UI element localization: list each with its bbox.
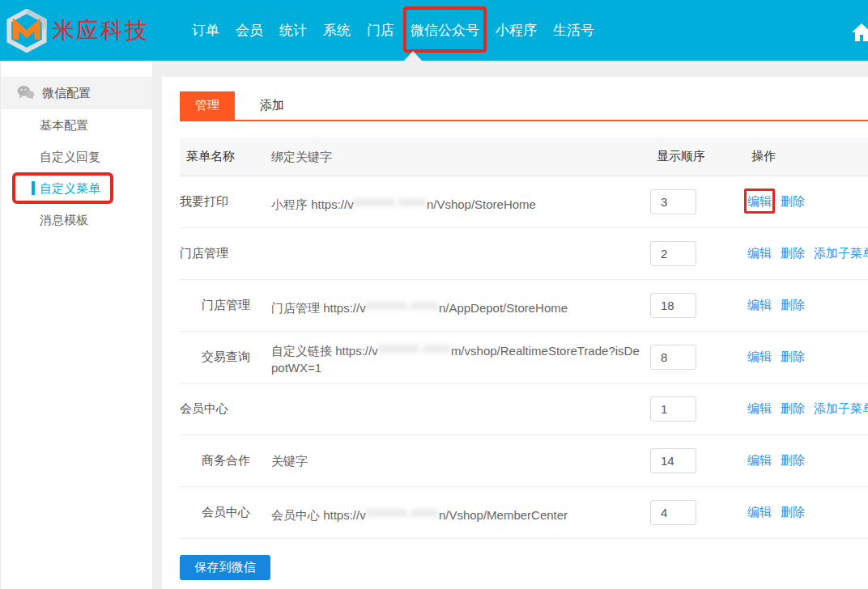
display-order-input[interactable]: [650, 189, 696, 214]
nav-item-wechat-official-account[interactable]: 微信公众号: [410, 18, 480, 43]
table-row: 交易查询 自定义链接 https://vxxxxxx.xxxxm/vshop/R…: [180, 332, 868, 383]
row-actions: 编辑删除: [747, 453, 868, 468]
menu-name: 商务合作: [180, 453, 271, 468]
delete-link[interactable]: 删除: [781, 505, 805, 519]
nav-item-orders[interactable]: 订单: [191, 18, 220, 43]
column-header-operations: 操作: [747, 149, 868, 164]
sidebar-item-basic-config[interactable]: 基本配置: [1, 109, 152, 141]
censored-url-segment: xxxxxx.xxxx: [366, 503, 439, 520]
column-header-menu-name: 菜单名称: [180, 149, 271, 164]
delete-link[interactable]: 删除: [781, 350, 805, 363]
table-body: 我要打印 小程序 https://vxxxxxx.xxxxn/Vshop/Sto…: [180, 176, 868, 539]
censored-url-segment: xxxxxx.xxxx: [366, 296, 439, 313]
sidebar-section-label: 微信配置: [42, 86, 91, 101]
bound-keyword: 关键字: [271, 452, 650, 469]
nav-item-label: 微信公众号: [411, 23, 479, 38]
sidebar-section-wechat-config[interactable]: 微信配置: [1, 77, 152, 109]
sidebar-item-label: 自定义菜单: [40, 181, 100, 195]
delete-link[interactable]: 删除: [781, 298, 805, 311]
display-order-input[interactable]: [650, 345, 696, 370]
table-row: 门店管理 编辑删除添加子菜单: [180, 228, 868, 280]
tab-bar: 管理 添加: [180, 91, 868, 121]
sidebar: 微信配置 基本配置 自定义回复 自定义菜单 消息模板: [0, 61, 152, 589]
edit-link[interactable]: 编辑: [747, 298, 772, 311]
home-icon[interactable]: [851, 23, 868, 45]
brand-hexagon-icon: [6, 9, 47, 53]
display-order-input[interactable]: [650, 293, 696, 318]
main-panel: 管理 添加 菜单名称 绑定关键字 显示顺序 操作 我要打印 小程序 https:…: [162, 77, 868, 589]
add-submenu-link[interactable]: 添加子菜单: [814, 246, 868, 260]
keyword-url-suffix: n/AppDepot/StoreHome: [439, 301, 568, 315]
nav-item-members[interactable]: 会员: [235, 18, 264, 43]
sidebar-item-message-template[interactable]: 消息模板: [1, 204, 152, 235]
menu-name: 门店管理: [180, 298, 271, 313]
tab-manage[interactable]: 管理: [180, 91, 235, 120]
menu-name: 我要打印: [180, 194, 271, 210]
edit-link[interactable]: 编辑: [747, 453, 772, 467]
edit-link[interactable]: 编辑: [747, 401, 772, 415]
delete-link[interactable]: 删除: [781, 401, 805, 415]
bound-keyword: 自定义链接 https://vxxxxxx.xxxxm/vshop/Realti…: [271, 338, 650, 376]
edit-link[interactable]: 编辑: [747, 246, 772, 260]
nav-item-life-account[interactable]: 生活号: [552, 18, 595, 43]
row-actions: 编辑删除: [747, 350, 868, 365]
delete-link[interactable]: 删除: [781, 453, 805, 467]
top-nav-bar: 米应科技 订单 会员 统计 系统 门店 微信公众号 小程序 生活号: [0, 0, 868, 61]
brand-name: 米应科技: [52, 15, 149, 46]
menu-name: 会员中心: [180, 401, 271, 417]
keyword-url-suffix: n/Vshop/StoreHome: [427, 197, 536, 211]
row-actions: 编辑删除: [747, 505, 868, 520]
keyword-text: 门店管理 https://v: [271, 301, 366, 315]
sidebar-item-custom-reply[interactable]: 自定义回复: [1, 141, 152, 172]
delete-link[interactable]: 删除: [781, 194, 805, 208]
display-order-input[interactable]: [650, 500, 696, 525]
sidebar-item-custom-menu[interactable]: 自定义菜单: [1, 172, 152, 204]
bound-keyword: 门店管理 https://vxxxxxx.xxxxn/AppDepot/Stor…: [271, 295, 650, 316]
row-actions: 编辑删除添加子菜单: [747, 246, 868, 261]
order-cell: [650, 293, 747, 318]
table-row: 门店管理 门店管理 https://vxxxxxx.xxxxn/AppDepot…: [180, 280, 868, 332]
menu-name: 交易查询: [180, 350, 271, 365]
active-nav-pointer: [404, 51, 422, 61]
edit-link[interactable]: 编辑: [747, 194, 772, 208]
column-header-display-order: 显示顺序: [650, 149, 747, 164]
add-submenu-link[interactable]: 添加子菜单: [814, 401, 868, 415]
table-header-row: 菜单名称 绑定关键字 显示顺序 操作: [180, 138, 868, 176]
nav-item-mini-program[interactable]: 小程序: [495, 18, 538, 43]
order-cell: [650, 448, 747, 473]
keyword-text: 小程序 https://v: [271, 197, 354, 211]
row-actions: 编辑删除: [747, 194, 868, 210]
row-actions: 编辑删除添加子菜单: [747, 401, 868, 417]
bound-keyword: 会员中心 https://vxxxxxx.xxxxn/Vshop/MemberC…: [271, 502, 650, 523]
wechat-icon: [17, 85, 35, 102]
brand-logo[interactable]: 米应科技: [6, 9, 149, 53]
nav-item-statistics[interactable]: 统计: [279, 18, 308, 43]
menu-table: 菜单名称 绑定关键字 显示顺序 操作 我要打印 小程序 https://vxxx…: [180, 138, 868, 539]
bound-keyword: 小程序 https://vxxxxxx.xxxxn/Vshop/StoreHom…: [271, 192, 650, 213]
save-to-wechat-button[interactable]: 保存到微信: [180, 555, 270, 580]
display-order-input[interactable]: [650, 396, 696, 422]
censored-url-segment: xxxxxx.xxxx: [354, 193, 427, 210]
edit-link[interactable]: 编辑: [747, 350, 772, 363]
censored-url-segment: xxxxxx.xxxx: [378, 339, 451, 356]
display-order-input[interactable]: [650, 448, 696, 473]
table-row: 我要打印 小程序 https://vxxxxxx.xxxxn/Vshop/Sto…: [180, 176, 868, 228]
column-header-bound-keyword: 绑定关键字: [271, 148, 650, 165]
delete-link[interactable]: 删除: [781, 246, 805, 260]
nav-item-system[interactable]: 系统: [322, 18, 351, 43]
keyword-text: 自定义链接 https://v: [271, 344, 378, 358]
order-cell: [650, 500, 747, 525]
active-item-bar: [32, 181, 35, 195]
keyword-text: 关键字: [271, 454, 308, 468]
table-row: 会员中心 编辑删除添加子菜单: [180, 383, 868, 435]
nav-item-stores[interactable]: 门店: [366, 18, 395, 43]
order-cell: [650, 396, 747, 422]
display-order-input[interactable]: [650, 241, 696, 266]
table-row: 商务合作 关键字 编辑删除: [180, 435, 868, 487]
tab-add[interactable]: 添加: [245, 91, 300, 120]
edit-link[interactable]: 编辑: [747, 505, 772, 519]
keyword-text: 会员中心 https://v: [271, 508, 366, 522]
main-nav: 订单 会员 统计 系统 门店 微信公众号 小程序 生活号: [191, 18, 610, 43]
table-row: 会员中心 会员中心 https://vxxxxxx.xxxxn/Vshop/Me…: [180, 487, 868, 539]
order-cell: [650, 345, 747, 370]
